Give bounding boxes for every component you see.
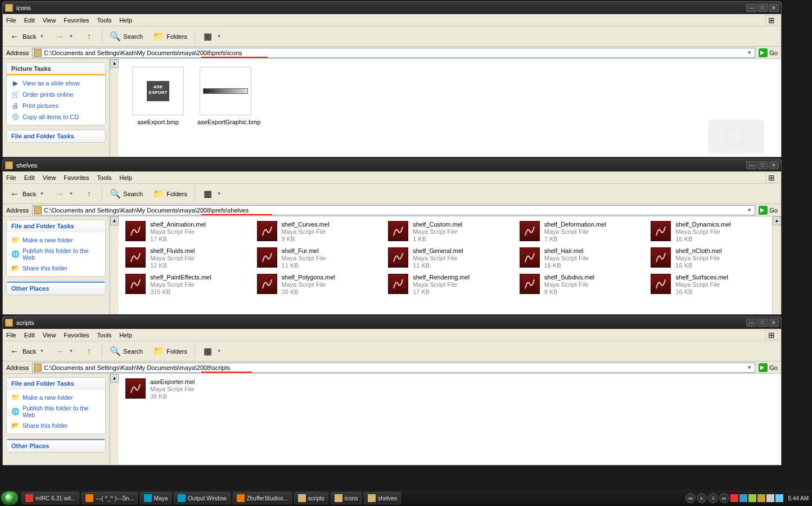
scroll-up-button[interactable]: ▲: [110, 59, 119, 68]
task-share-folder[interactable]: 📂Share this folder: [11, 420, 101, 431]
back-button[interactable]: ←Back▼: [6, 344, 47, 359]
file-item[interactable]: shelf_Animation.melMaya Script File17 KB: [124, 220, 250, 244]
tray-icon[interactable]: [775, 494, 783, 502]
file-thumbnail[interactable]: aseExportGraphic.bmp: [197, 67, 254, 125]
close-button[interactable]: ✕: [769, 161, 779, 169]
back-button[interactable]: ←Back▼: [6, 187, 47, 201]
scroll-up-button[interactable]: ▲: [773, 216, 781, 225]
clock[interactable]: 5:44 AM: [788, 495, 809, 502]
address-input[interactable]: C:\Documents and Settings\Kash\My Docume…: [32, 205, 755, 215]
address-input[interactable]: C:\Documents and Settings\Kash\My Docume…: [32, 363, 755, 373]
menu-favorites[interactable]: Favorites: [64, 332, 89, 338]
menu-view[interactable]: View: [43, 332, 56, 338]
views-button[interactable]: ▦▼: [200, 29, 224, 44]
file-item[interactable]: shelf_Rendering.melMaya Script File17 KB: [387, 273, 513, 297]
file-folder-tasks-header[interactable]: File and Folder Tasks: [7, 130, 105, 142]
task-new-folder[interactable]: 📁Make a new folder: [11, 392, 101, 403]
task-publish-web[interactable]: 🌐Publish this folder to the Web: [11, 246, 101, 263]
chevron-down-icon[interactable]: ▾: [746, 364, 754, 371]
menu-tools[interactable]: Tools: [97, 17, 112, 24]
minimize-button[interactable]: —: [746, 161, 756, 169]
file-item[interactable]: aseExporter.melMaya Script File38 KB: [124, 377, 250, 401]
file-item[interactable]: shelf_Fur.melMaya Script File11 KB: [256, 246, 382, 270]
titlebar[interactable]: shelves — □ ✕: [3, 159, 781, 171]
search-button[interactable]: 🔍Search: [107, 187, 146, 201]
up-button[interactable]: ↑: [80, 344, 97, 359]
file-item[interactable]: shelf_Deformation.melMaya Script File7 K…: [518, 220, 644, 244]
file-item[interactable]: shelf_Hair.melMaya Script File16 KB: [518, 246, 644, 270]
media-next-button[interactable]: ⏭: [719, 493, 729, 503]
other-places-header[interactable]: Other Places: [7, 439, 105, 452]
close-button[interactable]: ✕: [769, 319, 779, 327]
folders-button[interactable]: 📁Folders: [150, 29, 190, 44]
menu-help[interactable]: Help: [119, 17, 132, 24]
media-play-button[interactable]: ⏵: [697, 493, 707, 503]
file-item[interactable]: shelf_Polygons.melMaya Script File20 KB: [256, 273, 382, 297]
go-button[interactable]: Go: [759, 206, 778, 215]
file-item[interactable]: shelf_Custom.melMaya Script File1 KB: [387, 220, 513, 244]
back-button[interactable]: ←Back▼: [6, 29, 47, 44]
menu-file[interactable]: File: [6, 17, 16, 24]
media-pause-button[interactable]: ⏸: [708, 493, 718, 503]
taskbar-item[interactable]: shelves: [364, 492, 401, 504]
scroll-up-button[interactable]: ▲: [110, 374, 119, 383]
taskbar-item[interactable]: ZbufferStudios...: [233, 492, 292, 504]
file-item[interactable]: shelf_nCloth.melMaya Script File16 KB: [649, 246, 775, 270]
scroll-up-button[interactable]: ▲: [110, 216, 119, 225]
file-item[interactable]: shelf_Fluids.melMaya Script File12 KB: [124, 246, 250, 270]
task-publish-web[interactable]: 🌐Publish this folder to the Web: [11, 403, 101, 420]
menu-favorites[interactable]: Favorites: [64, 17, 89, 24]
picture-tasks-header[interactable]: Picture Tasks: [7, 63, 105, 75]
file-folder-tasks-header[interactable]: File and Folder Tasks: [7, 220, 105, 232]
menu-file[interactable]: File: [6, 332, 16, 338]
taskbar-item[interactable]: Output Window: [174, 492, 230, 504]
start-button[interactable]: [1, 491, 18, 505]
menu-help[interactable]: Help: [119, 332, 132, 338]
close-button[interactable]: ✕: [769, 4, 779, 12]
tray-icon[interactable]: [748, 494, 756, 502]
file-item[interactable]: shelf_Subdivs.melMaya Script File8 KB: [518, 273, 644, 297]
menu-edit[interactable]: Edit: [24, 332, 35, 338]
views-button[interactable]: ▦▼: [200, 187, 224, 201]
taskbar-item[interactable]: mIRC 6.31 wit...: [21, 492, 79, 504]
media-prev-button[interactable]: ⏮: [685, 493, 696, 503]
go-button[interactable]: Go: [759, 363, 778, 372]
file-item[interactable]: shelf_Curves.melMaya Script File9 KB: [256, 220, 382, 244]
folders-button[interactable]: 📁Folders: [150, 344, 190, 359]
file-folder-tasks-header[interactable]: File and Folder Tasks: [7, 378, 105, 390]
search-button[interactable]: 🔍Search: [107, 344, 146, 359]
file-item[interactable]: shelf_PaintEffects.melMaya Script File31…: [124, 273, 250, 297]
menu-help[interactable]: Help: [119, 174, 132, 181]
task-slideshow[interactable]: ▶View as a slide show: [11, 78, 101, 89]
menu-tools[interactable]: Tools: [97, 174, 112, 181]
minimize-button[interactable]: —: [746, 4, 756, 12]
sidebar-scrollbar[interactable]: ▲: [110, 216, 119, 314]
go-button[interactable]: Go: [759, 48, 778, 57]
menu-view[interactable]: View: [43, 17, 56, 24]
chevron-down-icon[interactable]: ▾: [746, 206, 754, 214]
task-share-folder[interactable]: 📂Share this folder: [11, 263, 101, 274]
titlebar[interactable]: scripts — □ ✕: [3, 317, 781, 329]
sidebar-scrollbar[interactable]: ▲: [110, 59, 119, 157]
content-area[interactable]: aseExporter.melMaya Script File38 KB: [119, 374, 781, 465]
file-item[interactable]: shelf_General.melMaya Script File11 KB: [387, 246, 513, 270]
views-button[interactable]: ▦▼: [200, 344, 224, 359]
task-new-folder[interactable]: 📁Make a new folder: [11, 234, 101, 246]
menu-file[interactable]: File: [6, 174, 16, 181]
menu-tools[interactable]: Tools: [97, 332, 112, 338]
titlebar[interactable]: icons — □ ✕: [3, 2, 781, 14]
task-copy-cd[interactable]: 💿Copy all items to CD: [11, 111, 101, 123]
tray-icon[interactable]: [757, 494, 765, 502]
content-area[interactable]: ASEEXPORT aseExport.bmp aseExportGraphic…: [119, 59, 781, 157]
menu-edit[interactable]: Edit: [24, 174, 35, 181]
task-order-prints[interactable]: 🛒Order prints online: [11, 89, 101, 100]
forward-button[interactable]: →▼: [51, 29, 76, 44]
forward-button[interactable]: →▼: [51, 344, 76, 359]
tray-icon[interactable]: [730, 494, 738, 502]
chevron-down-icon[interactable]: ▾: [746, 49, 754, 56]
menu-edit[interactable]: Edit: [24, 17, 35, 24]
task-print[interactable]: 🖨Print pictures: [11, 100, 101, 111]
sidebar-scrollbar[interactable]: ▲: [110, 374, 119, 465]
folders-button[interactable]: 📁Folders: [150, 187, 190, 201]
maximize-button[interactable]: □: [757, 161, 768, 169]
